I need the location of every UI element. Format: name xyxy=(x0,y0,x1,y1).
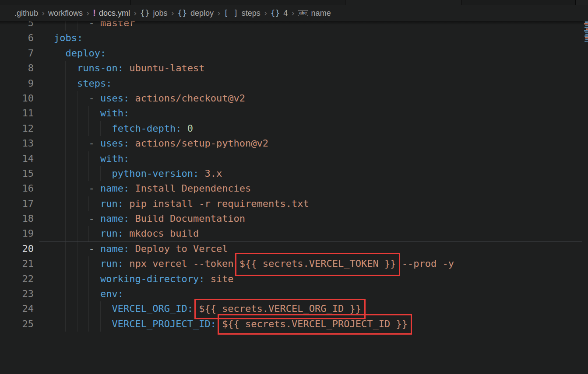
line-number[interactable]: 22 xyxy=(0,272,34,287)
indent-guide xyxy=(54,226,54,241)
vscode-window: .github›workflows›!docs.yml›{}jobs›{}dep… xyxy=(0,0,588,374)
line-number[interactable]: 11 xyxy=(0,106,34,121)
indent-guide xyxy=(88,272,89,287)
indent-guide xyxy=(65,287,66,301)
breadcrumb-label: workflows xyxy=(48,9,83,18)
breadcrumb: .github›workflows›!docs.yml›{}jobs›{}dep… xyxy=(0,5,588,21)
tab-segment[interactable] xyxy=(0,0,131,5)
code-line-18[interactable]: 18 - name: Build Documentation xyxy=(0,211,588,226)
code-line-text: working-directory: site xyxy=(54,272,234,287)
indent-guide xyxy=(88,196,89,211)
line-number[interactable]: 12 xyxy=(0,121,34,136)
code-token: ${{ secrets.VERCEL_TOKEN }} xyxy=(239,258,396,269)
line-number[interactable]: 10 xyxy=(0,91,34,106)
minimap-mark xyxy=(585,32,588,33)
indent-guide xyxy=(100,301,101,316)
line-number[interactable]: 19 xyxy=(0,226,34,241)
breadcrumb-item-jobs[interactable]: {}jobs xyxy=(140,9,168,18)
code-line-21[interactable]: 21 run: npx vercel --token ${{ secrets.V… xyxy=(0,256,588,271)
breadcrumb-item-deploy[interactable]: {}deploy xyxy=(178,9,214,18)
indent-guide xyxy=(88,301,89,316)
code-line-9[interactable]: 9 steps: xyxy=(0,76,588,91)
tab-segment-active[interactable] xyxy=(345,0,461,5)
line-number[interactable]: 23 xyxy=(0,287,34,301)
chevron-right-icon: › xyxy=(264,8,267,17)
breadcrumb-item-steps[interactable]: [ ]steps xyxy=(224,9,261,18)
code-line-13[interactable]: 13 - uses: actions/setup-python@v2 xyxy=(0,136,588,151)
indent-guide xyxy=(77,301,77,316)
indent-guide xyxy=(77,196,77,211)
code-line-15[interactable]: 15 python-version: 3.x xyxy=(0,166,588,181)
code-line-text: VERCEL_PROJECT_ID: ${{ secrets.VERCEL_PR… xyxy=(54,317,408,332)
line-number[interactable]: 17 xyxy=(0,196,34,211)
code-token: jobs: xyxy=(54,32,83,43)
code-line-8[interactable]: 8 runs-on: ubuntu-latest xyxy=(0,61,588,76)
line-number[interactable]: 15 xyxy=(0,166,34,181)
code-line-text: - uses: actions/checkout@v2 xyxy=(54,91,245,106)
code-line-14[interactable]: 14 with: xyxy=(0,151,588,166)
indent-guide xyxy=(88,121,89,136)
tab-segment[interactable] xyxy=(131,0,345,5)
indent-guide xyxy=(54,76,54,91)
code-line-text: run: pip install -r requirements.txt xyxy=(54,196,309,211)
minimap-mark xyxy=(584,27,588,28)
indent-guide xyxy=(65,76,66,91)
breadcrumb-item-docs-yml[interactable]: !docs.yml xyxy=(93,8,130,18)
code-line-10[interactable]: 10 - uses: actions/checkout@v2 xyxy=(0,91,588,106)
breadcrumb-label: docs.yml xyxy=(99,9,130,18)
code-line-16[interactable]: 16 - name: Install Dependencies xyxy=(0,181,588,196)
indent-guide xyxy=(88,287,89,301)
code-line-7[interactable]: 7 deploy: xyxy=(0,46,588,61)
line-number[interactable]: 14 xyxy=(0,151,34,166)
code-token: with: xyxy=(100,108,129,119)
code-line-11[interactable]: 11 with: xyxy=(0,106,588,121)
breadcrumb-item--github[interactable]: .github xyxy=(14,9,38,18)
line-number[interactable]: 6 xyxy=(0,31,34,45)
line-number[interactable]: 13 xyxy=(0,136,34,151)
indent-guide xyxy=(54,196,54,211)
code-line-17[interactable]: 17 run: pip install -r requirements.txt xyxy=(0,196,588,211)
breadcrumb-item-name[interactable]: abcname xyxy=(298,9,331,18)
code-token: mkdocs build xyxy=(123,228,199,239)
indent-guide xyxy=(54,301,54,316)
code-line-text: jobs: xyxy=(54,31,83,45)
code-line-19[interactable]: 19 run: mkdocs build xyxy=(0,226,588,241)
breadcrumb-item-4[interactable]: {}4 xyxy=(271,9,288,18)
tab-segment[interactable] xyxy=(576,0,588,5)
line-number[interactable]: 8 xyxy=(0,61,34,76)
code-line-25[interactable]: 25 VERCEL_PROJECT_ID: ${{ secrets.VERCEL… xyxy=(0,317,588,332)
line-number[interactable]: 16 xyxy=(0,181,34,196)
line-number[interactable]: 7 xyxy=(0,46,34,61)
minimap-mark xyxy=(585,25,588,26)
code-line-text: runs-on: ubuntu-latest xyxy=(54,61,204,76)
indent-guide xyxy=(77,151,77,166)
code-line-22[interactable]: 22 working-directory: site xyxy=(0,272,588,287)
indent-guide xyxy=(77,106,77,121)
line-number[interactable]: 20 xyxy=(0,241,34,256)
line-number[interactable]: 18 xyxy=(0,211,34,226)
code-line-6[interactable]: 6jobs: xyxy=(0,31,588,45)
indent-guide xyxy=(54,121,54,136)
code-editor[interactable]: 5 - master6jobs:7 deploy:8 runs-on: ubun… xyxy=(0,16,588,332)
breadcrumb-label: .github xyxy=(14,9,38,18)
code-token xyxy=(54,303,112,314)
code-line-12[interactable]: 12 fetch-depth: 0 xyxy=(0,121,588,136)
line-number[interactable]: 24 xyxy=(0,301,34,316)
code-token xyxy=(54,48,66,59)
minimap[interactable] xyxy=(584,21,588,374)
indent-guide xyxy=(65,241,66,256)
line-number[interactable]: 21 xyxy=(0,256,34,271)
indent-guide xyxy=(54,46,54,61)
breadcrumb-item-workflows[interactable]: workflows xyxy=(48,9,83,18)
code-token: pip install -r requirements.txt xyxy=(123,198,309,209)
indent-guide xyxy=(88,166,89,181)
code-token: fetch-depth: xyxy=(112,123,181,134)
indent-guide xyxy=(100,317,101,332)
tab-segment[interactable] xyxy=(461,0,576,5)
line-number[interactable]: 25 xyxy=(0,317,34,332)
yaml-file-icon: ! xyxy=(93,7,96,18)
minimap-mark xyxy=(584,30,588,31)
chevron-right-icon: › xyxy=(42,8,45,17)
indent-guide xyxy=(77,91,77,106)
line-number[interactable]: 9 xyxy=(0,76,34,91)
